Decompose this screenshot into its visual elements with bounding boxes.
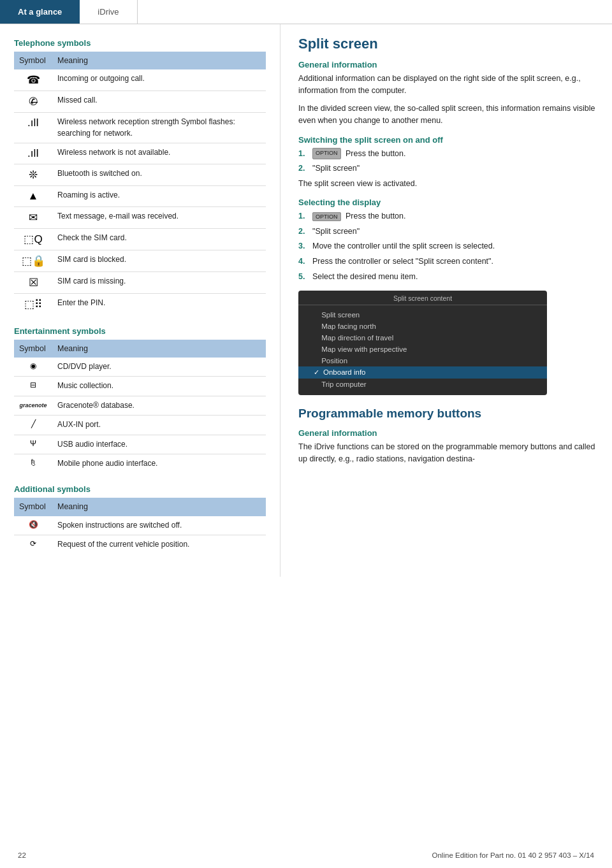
list-num: 1. [298,210,310,222]
split-screen-title: Split screen [298,36,597,52]
table-row: ⊟Music collection. [14,377,266,396]
table-row: gracenoteGracenote® database. [14,396,266,415]
entertainment-table: Symbol Meaning ◉CD/DVD player.⊟Music col… [14,340,266,473]
meaning-cell: Bluetooth is switched on. [52,164,266,185]
list-item: 3.Move the controller until the split sc… [298,240,597,252]
split-screen-menu-title: Split screen content [298,294,547,305]
split-screen-menu-item[interactable]: Map direction of travel [298,332,547,344]
meaning-cell: SIM card is missing. [52,271,266,293]
symbol-cell: ⊟ [14,377,52,396]
meaning-cell: AUX-IN port. [52,416,266,435]
meaning-cell: SIM card is blocked. [52,250,266,271]
meaning-cell: Missed call. [52,91,266,113]
menu-item-label: Map facing north [321,322,376,330]
prog-general-text: The iDrive functions can be stored on th… [298,441,597,466]
list-text: Select the desired menu item. [312,271,418,283]
table-row: 🖁Mobile phone audio interface. [14,454,266,473]
general-info-subtitle: General information [298,60,597,69]
symbol-cell: ◉ [14,358,52,377]
list-item: 5.Select the desired menu item. [298,271,597,283]
symbol-cell: ╱ [14,416,52,435]
symbol-cell: ✉ [14,206,52,228]
meaning-cell: Spoken instructions are switched off. [52,516,266,535]
copyright-text: Online Edition for Part no. 01 40 2 957 … [432,851,594,859]
telephone-symbols-title: Telephone symbols [14,38,266,48]
menu-item-label: Onboard info [323,368,366,376]
split-screen-menu-item[interactable]: ✓Onboard info [298,366,547,379]
list-item: 2."Split screen" [298,163,597,175]
symbol-cell: ✆̶ [14,91,52,113]
entertainment-table-col1: Symbol [14,340,52,358]
list-text: Press the controller or select "Split sc… [312,256,493,268]
table-row: ☎Incoming or outgoing call. [14,69,266,91]
list-text: "Split screen" [312,226,360,238]
table-row: ΨUSB audio interface. [14,435,266,454]
split-screen-menu-item[interactable]: Position [298,355,547,366]
additional-table-col2: Meaning [52,498,266,516]
table-row: ☒SIM card is missing. [14,271,266,293]
symbol-cell: ⬚Q [14,228,52,250]
meaning-cell: Incoming or outgoing call. [52,69,266,91]
telephone-table-col2: Meaning [52,52,266,69]
meaning-cell: Enter the PIN. [52,293,266,315]
list-text: OPTION Press the button. [312,148,406,160]
list-num: 2. [298,226,310,238]
tab-at-a-glance[interactable]: At a glance [0,0,80,24]
symbol-cell: .ılI [14,143,52,164]
meaning-cell: CD/DVD player. [52,358,266,377]
table-row: .ılIWireless network reception strength … [14,113,266,143]
table-row: .ılIWireless network is not available. [14,143,266,164]
symbol-cell: gracenote [14,396,52,415]
telephone-table-col1: Symbol [14,52,52,69]
programmable-section: Programmable memory buttons General info… [298,407,597,466]
table-row: ⬚⠿Enter the PIN. [14,293,266,315]
symbol-cell: ⬚🔒 [14,250,52,271]
table-row: ✉Text message, e-mail was received. [14,206,266,228]
entertainment-symbols-title: Entertainment symbols [14,326,266,336]
checkmark-icon: ✓ [314,368,319,377]
menu-item-label: Trip computer [321,380,367,388]
table-row: 🔇Spoken instructions are switched off. [14,516,266,535]
meaning-cell: Check the SIM card. [52,228,266,250]
table-row: ╱AUX-IN port. [14,416,266,435]
split-screen-menu-item[interactable]: Trip computer [298,379,547,390]
selecting-subtitle: Selecting the display [298,198,597,207]
table-row: ✆̶Missed call. [14,91,266,113]
symbol-cell: ❊ [14,164,52,185]
meaning-cell: Roaming is active. [52,185,266,206]
table-row: ⬚QCheck the SIM card. [14,228,266,250]
table-row: ▲Roaming is active. [14,185,266,206]
page-number: 22 [18,851,26,859]
switching-steps-list: 1.OPTION Press the button.2."Split scree… [298,148,597,190]
menu-item-label: Position [321,357,347,365]
list-num: 5. [298,271,310,283]
symbol-cell: ☎ [14,69,52,91]
list-item: The split screen view is activated. [298,178,597,190]
menu-item-label: Map view with perspective [321,345,407,353]
tab-idrive[interactable]: iDrive [80,0,137,24]
table-row: ❊Bluetooth is switched on. [14,164,266,185]
prog-title: Programmable memory buttons [298,407,597,421]
general-info-text1: Additional information can be displayed … [298,73,597,98]
list-num: 1. [298,148,310,160]
list-text: Move the controller until the split scre… [312,240,495,252]
list-item: 4.Press the controller or select "Split … [298,256,597,268]
list-item: 1.OPTION Press the button. [298,210,597,222]
meaning-cell: Text message, e-mail was received. [52,206,266,228]
telephone-table: Symbol Meaning ☎Incoming or outgoing cal… [14,52,266,315]
split-screen-menu-item[interactable]: Map view with perspective [298,344,547,355]
table-row: ⟳Request of the current vehicle position… [14,535,266,554]
top-navigation: At a glance iDrive [0,0,612,24]
meaning-cell: USB audio interface. [52,435,266,454]
symbol-cell: Ψ [14,435,52,454]
prog-general-label: General information [298,428,597,438]
meaning-cell: Gracenote® database. [52,396,266,415]
additional-symbols-title: Additional symbols [14,484,266,494]
selecting-steps-list: 1.OPTION Press the button.2."Split scree… [298,210,597,283]
split-screen-menu-item[interactable]: Split screen [298,309,547,321]
meaning-cell: Mobile phone audio interface. [52,454,266,473]
table-row: ◉CD/DVD player. [14,358,266,377]
list-text: OPTION Press the button. [312,210,406,222]
meaning-cell: Music collection. [52,377,266,396]
split-screen-menu-item[interactable]: Map facing north [298,321,547,332]
